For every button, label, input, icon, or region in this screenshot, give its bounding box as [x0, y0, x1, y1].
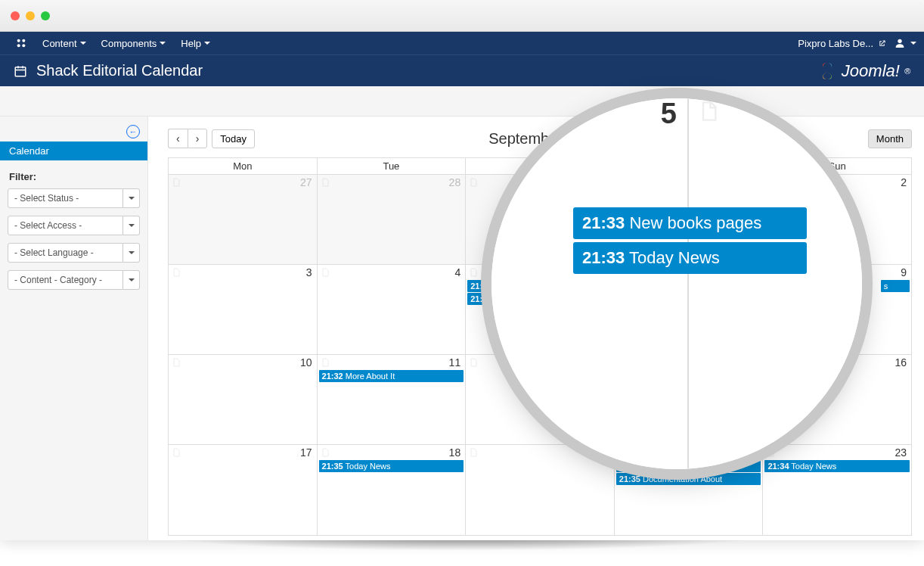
filter-heading: Filter: — [0, 160, 147, 188]
sidebar-collapse-button[interactable]: ← — [126, 125, 140, 138]
calendar-cell[interactable]: 28 — [318, 175, 467, 264]
mag-date-left: 5 — [661, 98, 677, 130]
filter-status[interactable]: - Select Status - — [8, 188, 140, 208]
mac-titlebar — [0, 0, 924, 32]
svg-point-4 — [898, 39, 901, 43]
svg-point-3 — [22, 44, 25, 47]
calendar-event[interactable]: 21:34 Today News — [764, 460, 910, 472]
calendar-event[interactable]: 21:35 Documentation About — [616, 473, 761, 485]
sidebar-item-calendar[interactable]: Calendar — [0, 142, 147, 160]
day-header: Tue — [318, 158, 467, 174]
filter-category[interactable]: - Content - Category - — [8, 270, 140, 290]
next-button[interactable]: › — [188, 129, 208, 148]
today-button[interactable]: Today — [212, 129, 255, 148]
menu-help[interactable]: Help — [173, 32, 218, 54]
document-icon — [698, 101, 719, 122]
calendar-event[interactable]: s — [881, 280, 910, 292]
day-header: Mon — [169, 158, 318, 174]
page-header: Shack Editorial Calendar Joomla! ® — [0, 54, 924, 86]
joomla-brand: Joomla! ® — [817, 61, 910, 81]
external-link-icon — [878, 39, 886, 48]
svg-rect-5 — [15, 67, 26, 76]
admin-topbar: Content Components Help Pixpro Labs De..… — [0, 32, 924, 54]
calendar-cell[interactable]: 27 — [169, 175, 318, 264]
svg-point-1 — [22, 39, 25, 42]
calendar-event[interactable]: 21:32 More About It — [319, 370, 464, 382]
svg-point-0 — [17, 39, 20, 42]
user-icon — [894, 37, 906, 49]
calendar-cell[interactable]: 3 — [169, 265, 318, 354]
page-title: Shack Editorial Calendar — [36, 62, 203, 79]
joomla-home-icon[interactable] — [8, 32, 35, 54]
calendar-cell[interactable]: 19 — [466, 445, 615, 535]
filter-access[interactable]: - Select Access - — [8, 216, 140, 235]
calendar-event[interactable]: 21:33 New books pages — [573, 207, 807, 239]
menu-content[interactable]: Content — [35, 32, 94, 54]
user-menu[interactable] — [894, 37, 916, 49]
mac-close-button[interactable] — [11, 11, 20, 20]
sidebar: ← Calendar Filter: - Select Status - - S… — [0, 117, 148, 540]
calendar-cell[interactable]: 2321:34 Today News — [763, 445, 911, 535]
calendar-cell[interactable]: 17 — [169, 445, 318, 535]
site-link[interactable]: Pixpro Labs De... — [798, 38, 886, 49]
calendar-event[interactable]: 21:35 Today News — [319, 460, 464, 472]
filter-language[interactable]: - Select Language - — [8, 243, 140, 263]
mac-minimize-button[interactable] — [26, 11, 35, 20]
calendar-cell[interactable]: 1121:32 More About It — [318, 355, 467, 444]
prev-button[interactable]: ‹ — [168, 129, 188, 148]
calendar-icon — [14, 64, 27, 78]
mac-maximize-button[interactable] — [41, 11, 50, 20]
calendar-cell[interactable]: 4 — [318, 265, 467, 354]
calendar-cell[interactable]: 10 — [169, 355, 318, 444]
magnifier-overlay: 5 6 21:33 New books pages21:33 Today New… — [491, 98, 862, 469]
calendar-cell[interactable]: 1821:35 Today News — [318, 445, 467, 535]
month-view-button[interactable]: Month — [868, 129, 912, 148]
calendar-event[interactable]: 21:33 Today News — [573, 242, 807, 274]
toolbar-area — [0, 86, 924, 117]
menu-components[interactable]: Components — [94, 32, 174, 54]
svg-point-2 — [17, 44, 20, 47]
